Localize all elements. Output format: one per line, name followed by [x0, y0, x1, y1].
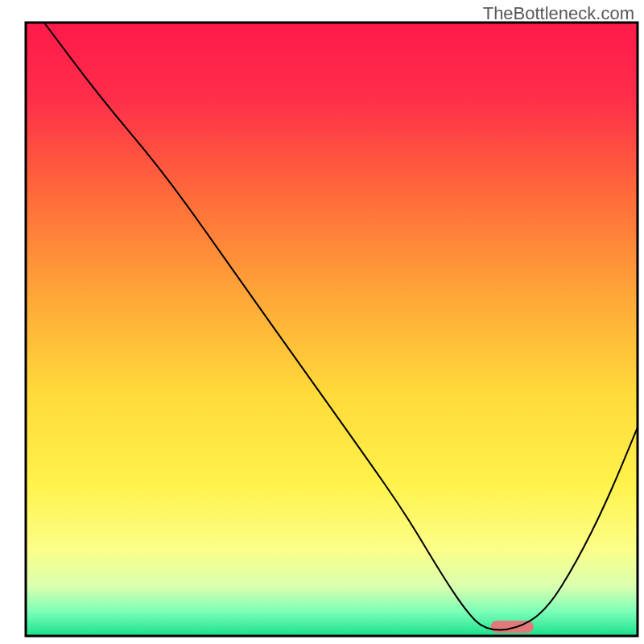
bottleneck-chart	[0, 0, 644, 644]
watermark-label: TheBottleneck.com	[483, 3, 634, 24]
gradient-background	[26, 23, 638, 636]
chart-container: TheBottleneck.com	[0, 0, 644, 644]
plot-area	[26, 23, 638, 636]
